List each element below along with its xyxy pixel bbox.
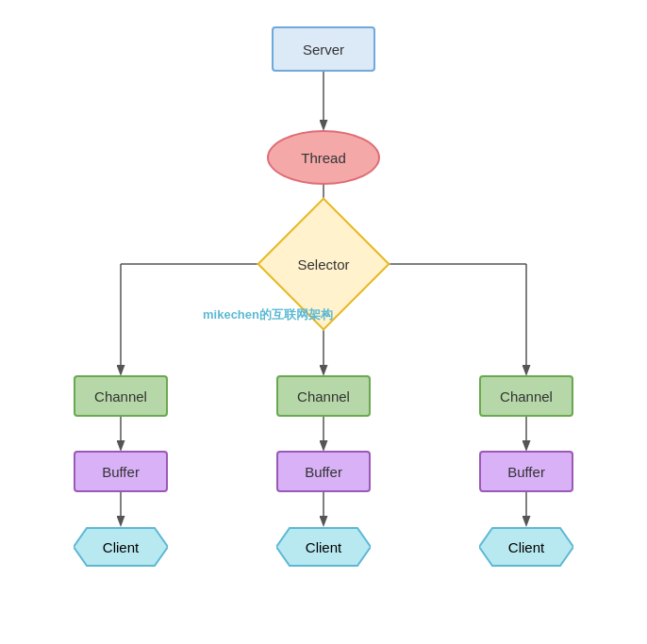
buffer-mid-node: Buffer — [276, 451, 371, 492]
buffer-right-label: Buffer — [507, 464, 545, 480]
client-left-node: Client — [74, 526, 168, 568]
thread-label: Thread — [301, 150, 346, 166]
client-mid-label: Client — [306, 539, 341, 555]
diagram: Server Thread Selector mikechen的互联网架构 Ch… — [0, 0, 647, 644]
channel-mid-node: Channel — [276, 375, 371, 417]
buffer-left-label: Buffer — [102, 464, 140, 480]
selector-label-wrapper: Selector — [276, 217, 371, 311]
buffer-right-node: Buffer — [479, 451, 573, 492]
thread-node: Thread — [267, 130, 380, 185]
channel-mid-label: Channel — [297, 388, 350, 405]
buffer-mid-label: Buffer — [305, 464, 342, 480]
channel-right-node: Channel — [479, 375, 573, 417]
selector-label: Selector — [297, 256, 349, 272]
server-label: Server — [303, 41, 344, 58]
channel-right-label: Channel — [500, 388, 553, 405]
client-right-node: Client — [479, 526, 573, 568]
channel-left-node: Channel — [74, 375, 168, 417]
client-left-label: Client — [103, 539, 139, 555]
selector-node: Selector — [276, 217, 371, 311]
buffer-left-node: Buffer — [74, 451, 168, 492]
server-node: Server — [272, 26, 375, 72]
client-mid-node: Client — [276, 526, 371, 568]
channel-left-label: Channel — [94, 388, 147, 405]
client-right-label: Client — [508, 539, 544, 555]
